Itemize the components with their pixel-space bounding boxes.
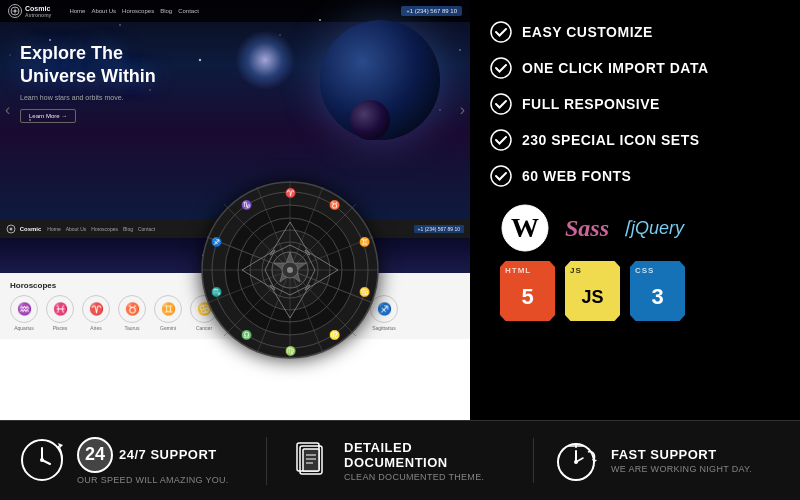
support-text: 24 24/7 SUPPORT OUR SPEED WILL AMAZING Y… [77, 437, 229, 485]
svg-point-75 [574, 460, 578, 464]
feature-text-fonts: 60 WEB FONTS [522, 168, 631, 184]
svg-text:♊: ♊ [359, 236, 371, 248]
feature-icon-sets: 230 SPECIAL ICON SETS [490, 123, 780, 157]
logo-icon [8, 4, 22, 18]
nav-contact[interactable]: Contact [178, 8, 199, 14]
right-panel: EASY CUSTOMIZE ONE CLICK IMPORT DATA FUL… [470, 0, 800, 420]
hero-title: Explore The Universe Within [20, 42, 450, 89]
jquery-logo: ⌈jQuery [624, 217, 684, 239]
hero-btn[interactable]: Learn More → [20, 109, 76, 123]
docs-title: DETAILED DOCUMENTION [344, 440, 513, 470]
svg-text:♉: ♉ [329, 199, 341, 211]
checkmark-icon [490, 129, 512, 151]
svg-point-56 [491, 130, 511, 150]
icon-label: Taurus [124, 325, 139, 331]
svg-point-53 [491, 22, 511, 42]
top-nav-bar: Cosmic Astronomy Home About Us Horoscope… [0, 0, 470, 22]
feature-web-fonts: 60 WEB FONTS [490, 159, 780, 193]
checkmark-icon [490, 21, 512, 43]
taurus-icon: ♉ [118, 295, 146, 323]
svg-point-54 [491, 58, 511, 78]
icon-label: Aries [90, 325, 101, 331]
svg-text:♐: ♐ [211, 236, 223, 248]
svg-rect-68 [303, 449, 319, 471]
wordpress-logo: W [500, 203, 550, 253]
svg-point-64 [40, 458, 44, 462]
nav-links: Home About Us Horoscopes Blog Contact [69, 8, 198, 14]
svg-point-55 [491, 94, 511, 114]
docs-text: DETAILED DOCUMENTION CLEAN DOCUMENTED TH… [344, 440, 513, 482]
docs-subtitle: CLEAN DOCUMENTED THEME. [344, 472, 513, 482]
main-content: Cosmic Astronomy Home About Us Horoscope… [0, 0, 800, 420]
hero-section: Explore The Universe Within Learn how st… [0, 22, 470, 143]
checkmark-icon [490, 57, 512, 79]
support-title: 24/7 SUPPORT [119, 447, 217, 462]
svg-text:♑: ♑ [241, 199, 253, 211]
logo-text: Cosmic Astronomy [25, 5, 51, 18]
svg-marker-78 [592, 459, 597, 463]
hero-subtitle: Learn how stars and orbits move. [20, 94, 450, 101]
sb-logo: Cosmic [6, 224, 41, 234]
html5-badge: HTML 5 [500, 261, 555, 321]
checkmark-icon [490, 93, 512, 115]
svg-text:♏: ♏ [211, 286, 223, 298]
checkmark-icon [490, 165, 512, 187]
support-24-badge: 24 [77, 437, 113, 473]
fast-title: FAST SUPPORT [611, 447, 752, 462]
feature-text-easy-customize: EASY CUSTOMIZE [522, 24, 653, 40]
nav-home[interactable]: Home [69, 8, 85, 14]
fast-support-text: FAST SUPPORT WE ARE WORKING NIGHT DAY. [611, 447, 752, 474]
fast-subtitle: WE ARE WORKING NIGHT DAY. [611, 464, 752, 474]
list-item: ♓ Pisces [46, 295, 74, 331]
pisces-icon: ♓ [46, 295, 74, 323]
sass-logo: Sass [565, 215, 609, 242]
svg-text:♈: ♈ [285, 187, 297, 199]
js-badge: JS JS [565, 261, 620, 321]
nav-about[interactable]: About Us [91, 8, 116, 14]
svg-text:♎: ♎ [241, 329, 253, 341]
nav-horoscopes[interactable]: Horoscopes [122, 8, 154, 14]
aquarius-icon: ♒ [10, 295, 38, 323]
bottom-bar: 24 24/7 SUPPORT OUR SPEED WILL AMAZING Y… [0, 420, 800, 500]
fast-support-icon [554, 438, 599, 483]
feature-full-responsive: FULL RESPONSIVE [490, 87, 780, 121]
list-item: ♒ Aquarius [10, 295, 38, 331]
svg-text:♋: ♋ [359, 286, 371, 298]
chevron-left-icon[interactable]: ‹ [5, 101, 10, 119]
zodiac-wheel: ♈ ♉ ♊ ♋ ♌ ♍ ♎ ♏ ♐ ♑ [200, 180, 380, 360]
docs-item: DETAILED DOCUMENTION CLEAN DOCUMENTED TH… [267, 438, 534, 483]
gemini-icon: ♊ [154, 295, 182, 323]
feature-text-responsive: FULL RESPONSIVE [522, 96, 660, 112]
list-item: ♊ Gemini [154, 295, 182, 331]
svg-text:♌: ♌ [329, 329, 341, 341]
svg-point-57 [491, 166, 511, 186]
feature-text-one-click: ONE CLICK IMPORT DATA [522, 60, 709, 76]
feature-text-icons: 230 SPECIAL ICON SETS [522, 132, 700, 148]
svg-point-52 [287, 267, 293, 273]
tech-logos: W Sass ⌈jQuery HTML 5 JS JS [490, 203, 780, 321]
support-icon [20, 438, 65, 483]
feature-easy-customize: EASY CUSTOMIZE [490, 15, 780, 49]
docs-icon [287, 438, 332, 483]
nav-blog[interactable]: Blog [160, 8, 172, 14]
aries-icon: ♈ [82, 295, 110, 323]
left-panel: Cosmic Astronomy Home About Us Horoscope… [0, 0, 470, 420]
list-item: ♈ Aries [82, 295, 110, 331]
svg-text:W: W [511, 212, 539, 243]
support-item: 24 24/7 SUPPORT OUR SPEED WILL AMAZING Y… [0, 437, 267, 485]
list-item: ♉ Taurus [118, 295, 146, 331]
nav-phone: +1 (234) 567 89 10 [401, 6, 462, 16]
icon-label: Gemini [160, 325, 176, 331]
fast-support-item: FAST SUPPORT WE ARE WORKING NIGHT DAY. [534, 438, 800, 483]
sb-phone: +1 (234) 567 89 10 [414, 225, 464, 233]
chevron-right-icon[interactable]: › [460, 101, 465, 119]
css3-badge: CSS 3 [630, 261, 685, 321]
icon-label: Aquarius [14, 325, 34, 331]
support-subtitle: OUR SPEED WILL AMAZING YOU. [77, 475, 229, 485]
feature-one-click-import: ONE CLICK IMPORT DATA [490, 51, 780, 85]
nav-logo: Cosmic Astronomy [8, 4, 51, 18]
tech-row-wp-sass-jquery: W Sass ⌈jQuery [490, 203, 780, 253]
sb-nav-links: Home About Us Horoscopes Blog Contact [47, 226, 155, 232]
svg-text:♍: ♍ [285, 345, 297, 357]
tech-row-html-js-css: HTML 5 JS JS CSS 3 [490, 261, 780, 321]
